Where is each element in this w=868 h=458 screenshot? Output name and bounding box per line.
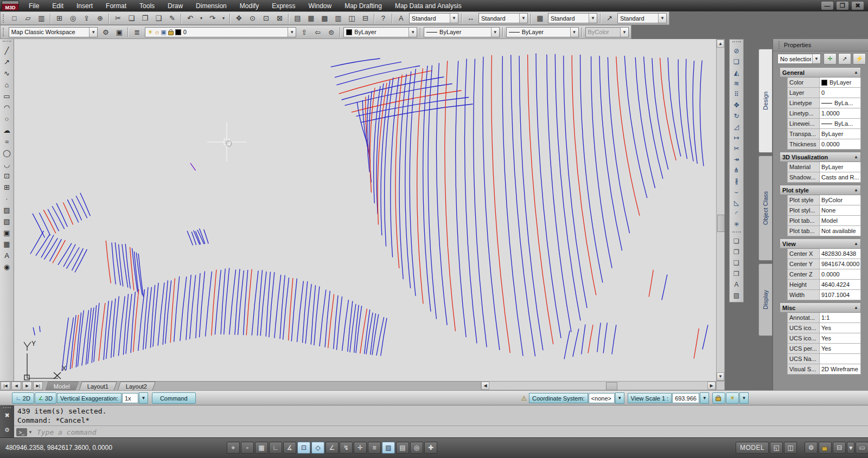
scale-icon[interactable]: ◿: [731, 121, 742, 132]
property-value[interactable]: Yes: [820, 323, 861, 333]
menu-map-drafting[interactable]: Map Drafting: [338, 2, 388, 10]
horizontal-scroll-thumb[interactable]: [606, 382, 617, 390]
trim-icon[interactable]: ✂: [731, 143, 742, 154]
workspace-switching-button[interactable]: ⚙: [805, 442, 818, 454]
explode-icon[interactable]: ✳: [731, 219, 742, 230]
tab-layout2[interactable]: Layout2: [117, 382, 156, 391]
chevron-down-icon[interactable]: ▼: [519, 14, 527, 23]
markup-set-manager-button[interactable]: ◫: [346, 12, 358, 24]
clean-screen-button[interactable]: ▭: [856, 442, 868, 454]
property-value[interactable]: [820, 354, 861, 364]
publish-button[interactable]: ⇪: [80, 12, 93, 24]
mirror-icon[interactable]: ◭: [731, 67, 742, 78]
command-input[interactable]: Type a command: [37, 428, 97, 436]
quickcalc-button[interactable]: ⊟: [359, 12, 372, 24]
property-value[interactable]: Casts and R...: [820, 172, 861, 183]
layer-states-button[interactable]: ⊜: [325, 26, 337, 38]
property-value[interactable]: Yes: [820, 344, 861, 354]
quick-view-layouts-button[interactable]: ◫: [784, 442, 797, 454]
sheet-set-manager-button[interactable]: ▥: [332, 12, 344, 24]
bring-to-front-icon[interactable]: ❏: [731, 236, 742, 247]
chevron-down-icon[interactable]: ▼: [89, 28, 97, 37]
dim-style-button[interactable]: ↔: [464, 12, 477, 24]
plot-preview-button[interactable]: ◎: [67, 12, 79, 24]
zoom-previous-button[interactable]: ⊠: [273, 12, 286, 24]
collapse-icon[interactable]: ▲: [854, 305, 858, 310]
app-logo-icon[interactable]: M3D: [2, 1, 19, 11]
properties-title[interactable]: Properties: [773, 39, 868, 51]
layout-next-icon[interactable]: ▶: [22, 382, 32, 390]
dynamic-ucs-toggle[interactable]: ↯: [340, 442, 353, 454]
cut-button[interactable]: ✂: [112, 12, 124, 24]
snap-mode-toggle[interactable]: ▫: [241, 442, 254, 454]
object-snap-toggle[interactable]: ⊡: [297, 442, 310, 454]
command-recent-dropdown-icon[interactable]: ▼: [28, 430, 33, 435]
insert-block-icon[interactable]: ⊡: [1, 170, 13, 181]
circle-icon[interactable]: ○: [1, 113, 13, 124]
layer-previous-button[interactable]: ⇦: [311, 26, 324, 38]
zoom-realtime-button[interactable]: ⊙: [246, 12, 259, 24]
coordinate-system-dropdown-icon[interactable]: ▼: [615, 392, 624, 404]
command-history[interactable]: 439 item(s) selected. Command: *Cancel*: [14, 405, 868, 426]
layout-last-icon[interactable]: ▶|: [33, 382, 43, 390]
chevron-down-icon[interactable]: ▼: [570, 28, 578, 37]
bring-above-objects-icon[interactable]: ❑: [731, 257, 742, 268]
region-icon[interactable]: ▣: [1, 227, 13, 238]
revision-cloud-icon[interactable]: ☁: [1, 125, 13, 136]
collapse-icon[interactable]: ▲: [854, 188, 858, 192]
scroll-up-icon[interactable]: ▲: [717, 40, 724, 48]
minimize-button[interactable]: —: [821, 2, 833, 10]
property-value[interactable]: ByLa...: [820, 119, 861, 129]
menu-dimension[interactable]: Dimension: [189, 2, 233, 10]
object-snap-tracking-toggle[interactable]: ∠: [326, 442, 339, 454]
property-value[interactable]: Not available: [820, 226, 861, 236]
make-block-icon[interactable]: ⊞: [1, 182, 13, 192]
menu-insert[interactable]: Insert: [70, 2, 99, 10]
ellipse-icon[interactable]: ◯: [1, 147, 13, 158]
multileader-style-combo[interactable]: Standard▼: [617, 13, 667, 23]
menu-map-data-and-analysis[interactable]: Map Data and Analysis: [388, 2, 468, 10]
lineweight-combo[interactable]: ByLayer▼: [506, 27, 579, 37]
customize-icon[interactable]: ⚙: [4, 427, 10, 434]
property-value[interactable]: ByLa...: [820, 98, 861, 108]
restore-button[interactable]: ❐: [837, 2, 848, 10]
send-to-back-icon[interactable]: ❐: [731, 247, 742, 257]
workspace-settings-button[interactable]: ⚙: [99, 26, 112, 38]
collapse-icon[interactable]: ▲: [854, 241, 858, 246]
layout-first-icon[interactable]: |◀: [1, 382, 10, 390]
vertical-scrollbar[interactable]: ▲ ▼: [716, 39, 725, 381]
quick-select-button[interactable]: ⚡: [853, 53, 866, 64]
layout-toggle-button[interactable]: ◱: [770, 442, 783, 454]
property-value[interactable]: 1.0000: [820, 108, 861, 119]
selection-cycling-toggle[interactable]: ◎: [410, 442, 423, 454]
copy-icon[interactable]: ❏: [731, 56, 742, 67]
chevron-down-icon[interactable]: ▼: [589, 14, 597, 23]
workspace-combo[interactable]: Map Classic Workspace▼: [9, 27, 98, 37]
property-value[interactable]: ByColor: [820, 195, 861, 205]
toolbar-grip[interactable]: [732, 231, 741, 234]
undo-button[interactable]: ↶: [184, 12, 196, 24]
plot-style-combo[interactable]: ByColor▼: [585, 27, 629, 37]
array-icon[interactable]: ⠿: [731, 89, 742, 100]
erase-icon[interactable]: ⊘: [731, 46, 742, 56]
task-tab-object-class[interactable]: Object Class: [758, 156, 773, 261]
menu-format[interactable]: Format: [99, 2, 133, 10]
redo-button[interactable]: ↷: [206, 12, 219, 24]
property-value[interactable]: 482830.8438: [820, 249, 861, 259]
chevron-down-icon[interactable]: ▼: [812, 54, 820, 63]
layout-prev-icon[interactable]: ◀: [11, 382, 21, 390]
property-value[interactable]: 0.0000: [820, 269, 861, 280]
3d-dwf-button[interactable]: ⊕: [94, 12, 106, 24]
property-value[interactable]: 2D Wireframe: [820, 364, 861, 375]
property-value[interactable]: 0.0000: [820, 139, 861, 150]
vertical-scroll-thumb[interactable]: [717, 215, 725, 232]
multiline-text-icon[interactable]: A: [1, 250, 13, 261]
selection-combo[interactable]: No selection ▼: [777, 54, 821, 64]
chevron-down-icon[interactable]: ▼: [450, 14, 458, 23]
transparency-toggle[interactable]: ▨: [382, 442, 395, 454]
close-button[interactable]: ✖: [852, 2, 864, 10]
task-tab-design[interactable]: Design: [758, 49, 773, 153]
designcenter-button[interactable]: ▦: [305, 12, 317, 24]
chevron-down-icon[interactable]: ▼: [288, 28, 296, 37]
section-header-view[interactable]: View▲: [780, 238, 861, 249]
